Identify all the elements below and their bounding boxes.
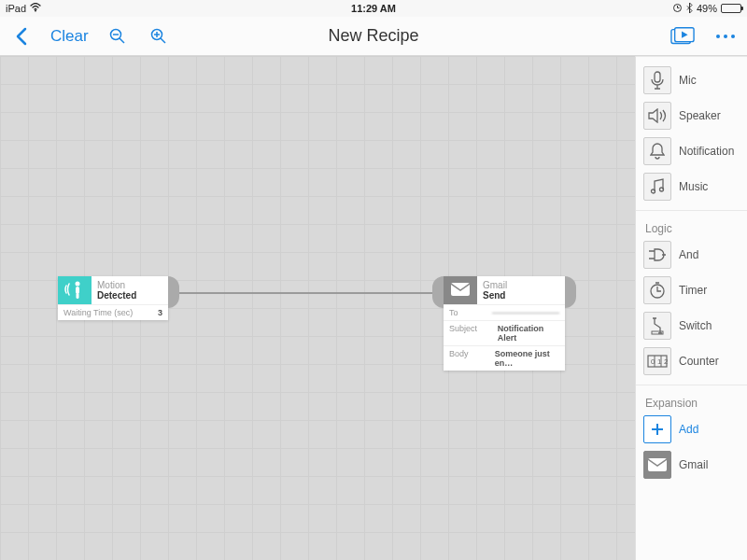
rotation-lock-icon: [672, 3, 683, 15]
sidebar-item-label: Mic: [679, 74, 697, 87]
zoom-in-button[interactable]: [147, 24, 171, 49]
mic-icon: [643, 66, 671, 94]
body-label: Body: [449, 349, 489, 368]
svg-point-11: [716, 35, 720, 38]
svg-rect-31: [648, 458, 667, 471]
svg-text:1: 1: [657, 357, 662, 366]
svg-point-14: [76, 282, 80, 287]
input-port[interactable]: [432, 276, 444, 308]
component-sidebar: MicSpeakerNotificationMusic Logic AndTim…: [635, 56, 747, 560]
connection-wire: [177, 292, 439, 294]
navbar: Clear New Recipe: [0, 17, 747, 56]
svg-rect-18: [655, 72, 660, 82]
svg-point-20: [660, 188, 664, 191]
param-value: 3: [158, 308, 162, 317]
sidebar-item-mic[interactable]: Mic: [636, 63, 747, 98]
svg-rect-16: [77, 293, 79, 299]
sidebar-item-timer[interactable]: Timer: [636, 273, 747, 308]
svg-rect-15: [76, 287, 79, 294]
sidebar-item-notification[interactable]: Notification: [636, 133, 747, 169]
back-button[interactable]: [9, 24, 34, 49]
sidebar-item-and[interactable]: And: [636, 237, 747, 273]
sidebar-item-speaker[interactable]: Speaker: [636, 98, 747, 133]
node-type-label: Motion: [97, 280, 162, 290]
wifi-icon: [30, 3, 41, 14]
to-label: To: [449, 308, 486, 317]
node-state-label: Detected: [97, 290, 162, 301]
logic-heading: Logic: [636, 217, 747, 237]
recipe-canvas[interactable]: Motion Detected Waiting Time (sec) 3: [0, 56, 635, 560]
sidebar-item-add[interactable]: Add: [636, 412, 747, 447]
svg-line-3: [120, 38, 124, 43]
svg-text:0: 0: [651, 357, 655, 366]
expansion-heading: Expansion: [636, 391, 747, 412]
subject-label: Subject: [449, 324, 492, 343]
battery-icon: [721, 4, 741, 13]
param-label: Waiting Time (sec): [63, 308, 152, 317]
sidebar-item-label: Switch: [679, 319, 712, 332]
more-button[interactable]: [713, 24, 738, 49]
svg-point-13: [731, 35, 735, 38]
switch-icon: [643, 312, 671, 340]
sidebar-item-label: Notification: [679, 145, 734, 158]
clock: 11:29 AM: [351, 3, 396, 14]
plus-icon: [643, 415, 671, 443]
status-bar: iPad 11:29 AM 49%: [0, 0, 747, 17]
sidebar-item-music[interactable]: Music: [636, 169, 747, 204]
sidebar-item-label: Music: [679, 180, 708, 193]
svg-point-12: [724, 35, 727, 38]
svg-point-0: [35, 10, 36, 12]
sidebar-item-label: Timer: [679, 284, 707, 297]
node-action-label: Send: [483, 290, 559, 301]
sidebar-item-label: Add: [679, 423, 698, 436]
counter-icon: 012: [643, 347, 671, 375]
node-type-label: Gmail: [483, 280, 559, 290]
sidebar-item-counter[interactable]: 012Counter: [636, 343, 747, 379]
sidebar-item-label: Gmail: [679, 458, 708, 471]
speaker-icon: [643, 102, 671, 130]
sidebar-item-switch[interactable]: Switch: [636, 308, 747, 343]
mail-icon: [643, 451, 671, 479]
to-value: ————————: [492, 308, 559, 317]
svg-rect-17: [451, 283, 470, 296]
device-label: iPad: [6, 3, 26, 14]
subject-value: Notification Alert: [498, 324, 559, 343]
bluetooth-icon: [686, 3, 693, 15]
battery-percent: 49%: [697, 3, 717, 14]
mail-icon: [451, 283, 470, 298]
motion-icon: [64, 277, 85, 303]
bell-icon: [643, 137, 671, 165]
play-button[interactable]: [670, 24, 695, 49]
svg-point-19: [652, 189, 655, 193]
output-port[interactable]: [168, 276, 179, 308]
node-motion[interactable]: Motion Detected Waiting Time (sec) 3: [58, 276, 168, 320]
and-icon: [643, 241, 671, 269]
sidebar-item-gmail[interactable]: Gmail: [636, 447, 747, 483]
sidebar-item-label: Counter: [679, 355, 719, 368]
clear-button[interactable]: Clear: [50, 27, 89, 46]
page-title: New Recipe: [328, 26, 418, 46]
zoom-out-button[interactable]: [106, 24, 130, 49]
node-gmail[interactable]: Gmail Send To ———————— Subject Notificat…: [444, 276, 565, 371]
body-value: Someone just en…: [495, 349, 559, 368]
sidebar-item-label: And: [679, 248, 698, 261]
music-icon: [643, 173, 671, 201]
output-port[interactable]: [565, 276, 576, 308]
svg-line-6: [161, 38, 165, 43]
sidebar-item-label: Speaker: [679, 109, 721, 122]
timer-icon: [643, 276, 671, 304]
svg-text:2: 2: [664, 357, 668, 366]
